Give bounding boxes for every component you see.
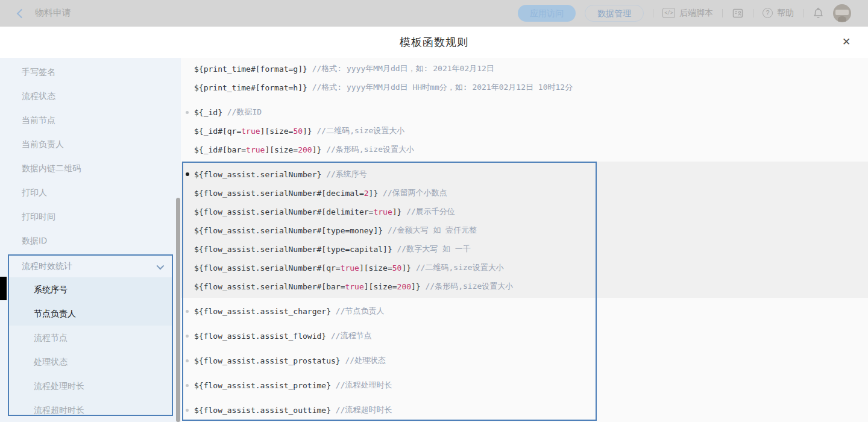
help-button[interactable]: ? 帮助: [763, 8, 794, 19]
bell-icon: [813, 7, 824, 19]
sidebar-scrollbar-thumb[interactable]: [0, 277, 7, 300]
bullet-icon: [186, 409, 194, 412]
divider: [803, 9, 804, 17]
code-text: ]}: [392, 207, 406, 216]
app-title: 物料申请: [35, 7, 71, 19]
code-text: ${_id#[qr=: [194, 127, 241, 136]
divider: [653, 9, 653, 17]
code-line: ${flow_assist.serialNumber#[decimal=2]} …: [186, 187, 868, 199]
rules-sidebar: 手写签名流程状态当前节点当前负责人数据内链二维码打印人打印时间数据ID 流程时效…: [0, 58, 181, 422]
code-text: ${flow_assist.serialNumber}: [194, 170, 326, 179]
code-comment: //数据ID: [227, 107, 262, 118]
divider: [722, 9, 723, 17]
sidebar-subitem[interactable]: 流程超时时长: [9, 398, 172, 416]
code-line: ${_id#[qr=true][size=50]} //二维码,size设置大小: [186, 125, 868, 137]
code-comment: //二维码,size设置大小: [317, 125, 405, 136]
code-value: true: [241, 127, 260, 136]
sidebar-item[interactable]: 打印时间: [0, 204, 181, 228]
back-chevron-icon[interactable]: [17, 10, 24, 17]
sidebar-item[interactable]: 手写签名: [0, 60, 181, 84]
bullet-icon: [186, 172, 194, 176]
backend-script-button[interactable]: </> 后端脚本: [662, 8, 713, 19]
code-line: ${flow_assist.serialNumber#[type=money]}…: [186, 224, 868, 236]
sidebar-item[interactable]: 数据内链二维码: [0, 156, 181, 180]
sidebar-group-flow-stats: 流程时效统计 系统序号节点负责人流程节点处理状态流程处理时长流程超时时长: [8, 254, 173, 416]
code-text: ${flow_assist.assist_flowid}: [194, 332, 331, 341]
code-comment: //条形码,size设置大小: [326, 144, 414, 155]
content-scrollbar-thumb[interactable]: [176, 198, 180, 422]
chevron-down-icon: [157, 262, 165, 269]
code-comment: //条形码,size设置大小: [426, 281, 514, 292]
code-line: ${flow_assist.assist_outtime} //流程超时时长: [186, 404, 868, 416]
code-line: ${flow_assist.serialNumber} //系统序号: [186, 168, 868, 180]
data-manage-button[interactable]: 数据管理: [585, 5, 644, 22]
code-text: ${flow_assist.serialNumber#[type=money]}: [194, 226, 388, 235]
code-line: ${flow_assist.assist_charger} //节点负责人: [186, 305, 868, 317]
code-comment: //二维码,size设置大小: [416, 262, 504, 273]
bullet-icon: [186, 310, 194, 313]
topbar-nav: 应用访问 数据管理 </> 后端脚本 ? 帮助: [518, 4, 868, 22]
sidebar-group-header[interactable]: 流程时效统计: [9, 256, 172, 277]
code-text: ${flow_assist.assist_protime}: [194, 381, 336, 390]
code-text: ][size=: [359, 263, 392, 272]
code-icon: </>: [662, 8, 675, 18]
code-line: ${flow_assist.serialNumber#[qr=true][siz…: [186, 262, 868, 274]
code-value: true: [373, 207, 392, 216]
sidebar-subitem[interactable]: 系统序号: [9, 277, 172, 301]
code-line: ${print_time#[format=h]} //格式: yyyy年MM月d…: [186, 81, 868, 93]
code-comment: //处理状态: [345, 355, 386, 366]
code-text: ${flow_assist.serialNumber#[qr=: [194, 263, 341, 272]
notification-button[interactable]: [813, 7, 824, 19]
sidebar-item[interactable]: 数据ID: [0, 228, 181, 253]
sidebar-item[interactable]: 当前节点: [0, 108, 181, 132]
code-text: ${flow_assist.assist_outtime}: [194, 406, 336, 415]
code-comment: //数字大写 如 一千: [397, 244, 471, 254]
code-text: ][size=: [260, 127, 294, 136]
question-icon: ?: [763, 8, 773, 18]
sidebar-item[interactable]: 打印人: [0, 180, 181, 204]
code-text: ]}: [401, 263, 415, 272]
code-value: true: [345, 282, 363, 291]
code-text: ][size=: [364, 282, 397, 291]
code-comment: //格式: yyyy年MM月dd日，如: 2021年02月12日: [312, 63, 494, 74]
code-line: ${flow_assist.serialNumber#[type=capital…: [186, 243, 868, 255]
close-icon[interactable]: ✕: [840, 36, 853, 49]
sidebar-item[interactable]: 流程状态: [0, 84, 181, 108]
code-line: ${print_time#[format=g]} //格式: yyyy年MM月d…: [186, 63, 868, 75]
modal-title: 模板函数规则: [400, 27, 468, 58]
code-line: ${flow_assist.assist_protime} //流程处理时长: [186, 379, 868, 391]
code-line: ${_id#[bar=true][size=200]} //条形码,size设置…: [186, 143, 868, 156]
sidebar-subitem[interactable]: 节点负责人: [9, 301, 172, 326]
code-text: ][size=: [265, 145, 298, 154]
code-line: ${flow_assist.assist_flowid} //流程节点: [186, 330, 868, 342]
code-text: ${flow_assist.serialNumber#[type=capital…: [194, 245, 397, 254]
code-comment: //格式: yyyy年MM月dd日 HH时mm分，如: 2021年02月12日 …: [312, 82, 573, 93]
code-comment: //系统序号: [326, 169, 367, 180]
modal-header: 模板函数规则 ✕: [0, 27, 868, 58]
app-access-button[interactable]: 应用访问: [518, 5, 576, 22]
id-card-icon: [732, 7, 744, 19]
sidebar-item[interactable]: 当前负责人: [0, 132, 181, 156]
code-text: ${flow_assist.assist_prostatus}: [194, 356, 345, 365]
sidebar-subitem[interactable]: 处理状态: [9, 350, 172, 374]
id-card-button[interactable]: [732, 7, 744, 19]
sidebar-subitem[interactable]: 流程节点: [9, 326, 172, 350]
code-text: ${flow_assist.serialNumber#[decimal=: [194, 189, 364, 198]
user-avatar[interactable]: [833, 4, 851, 22]
code-text: ]}: [369, 189, 383, 198]
code-value: 50: [392, 263, 402, 272]
code-comment: //金额大写 如 壹仟元整: [388, 225, 477, 236]
code-value: 50: [293, 127, 303, 136]
code-line: ${flow_assist.serialNumber#[delimiter=tr…: [186, 206, 868, 218]
code-value: 2: [364, 189, 369, 198]
bullet-icon: [186, 359, 194, 362]
help-label: 帮助: [777, 8, 794, 19]
sidebar-subitem-list: 系统序号节点负责人流程节点处理状态流程处理时长流程超时时长: [9, 277, 172, 416]
code-value: 200: [298, 145, 312, 154]
code-text: ${flow_assist.assist_charger}: [194, 307, 336, 316]
code-text: ${print_time#[format=h]}: [194, 83, 312, 92]
rule-code-list: ${print_time#[format=g]} //格式: yyyy年MM月d…: [181, 58, 868, 422]
sidebar-item-list: 手写签名流程状态当前节点当前负责人数据内链二维码打印人打印时间数据ID: [0, 58, 181, 253]
code-text: ${_id#[bar=: [194, 145, 246, 154]
sidebar-subitem[interactable]: 流程处理时长: [9, 374, 172, 398]
